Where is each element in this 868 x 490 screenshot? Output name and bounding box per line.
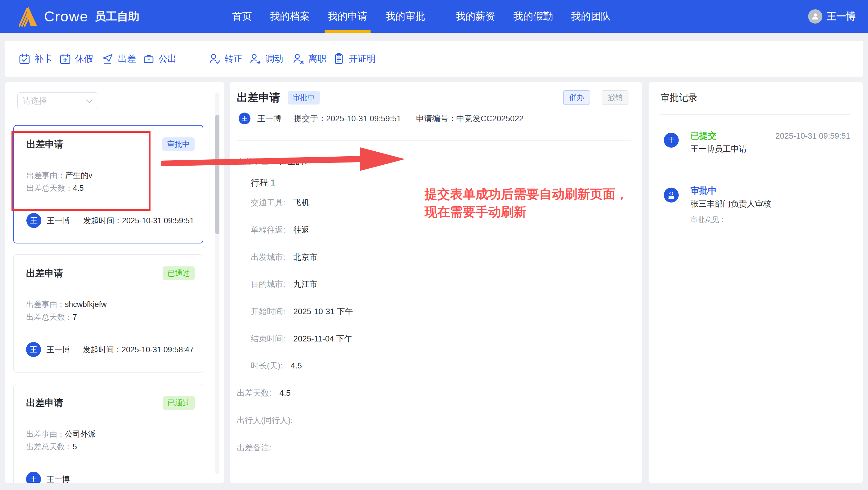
nav-item-archives[interactable]: 我的档案 xyxy=(269,0,310,33)
submitter-name: 王一博 xyxy=(257,113,281,124)
avatar: 王 xyxy=(26,342,41,357)
action-leave[interactable]: 休 休假 xyxy=(59,41,93,76)
status-badge: 已通过 xyxy=(163,396,195,410)
field-destination-city: 目的城市:九江市 xyxy=(251,279,317,290)
paper-plane-icon xyxy=(102,53,114,65)
top-nav: 首页 我的档案 我的申请 我的审批 我的薪资 我的假勤 我的团队 xyxy=(231,0,628,33)
detail-status-badge: 审批中 xyxy=(288,91,320,104)
stamp-icon xyxy=(664,188,679,202)
person-x-icon xyxy=(292,53,305,65)
sidebar-scrollbar-thumb[interactable] xyxy=(215,115,219,234)
application-detail-panel: 出差申请 审批中 催办 撤销 王 王一博 提交于：2025-10-31 09:5… xyxy=(230,82,642,483)
action-label: 离职 xyxy=(308,53,327,65)
action-resign[interactable]: 离职 xyxy=(292,41,327,76)
svg-text:休: 休 xyxy=(63,58,67,63)
card-title-row: 出差申请 已通过 xyxy=(26,396,195,410)
nav-item-my-approvals[interactable]: 我的审批 xyxy=(385,0,426,33)
nav-item-my-applications[interactable]: 我的申请 xyxy=(327,0,368,33)
person-check-icon xyxy=(209,53,221,65)
status-badge: 已通过 xyxy=(163,266,195,280)
action-transfer[interactable]: 调动 xyxy=(249,41,283,76)
user-menu[interactable]: 王一博 xyxy=(808,0,856,33)
days-label: 出差总天数： xyxy=(26,313,73,321)
action-punch-correction[interactable]: 补卡 xyxy=(18,41,53,76)
application-card-3[interactable]: 出差申请 已通过 出差事由：公司外派 出差总天数：5 王 王一博 xyxy=(13,384,203,483)
field-end-time: 结束时间:2025-11-04 下午 xyxy=(251,333,352,344)
days-label: 出差总天数： xyxy=(26,184,73,192)
card-title-row: 出差申请 审批中 xyxy=(26,137,194,151)
reason-value: 产生的v xyxy=(65,171,92,179)
card-title-row: 出差申请 已通过 xyxy=(26,266,195,280)
field-trip-remark: 出差备注: xyxy=(237,442,279,453)
reason-value: shcwbfkjefw xyxy=(65,300,107,308)
start-time: 发起时间：2025-10-31 09:59:51 xyxy=(83,216,194,226)
field-duration-days: 时长(天):4.5 xyxy=(251,360,302,371)
application-number: 申请编号：中竞发CC2025022 xyxy=(416,113,524,124)
card-fields: 出差事由：产生的v 出差总天数：4.5 xyxy=(26,169,92,194)
revoke-button[interactable]: 撤销 xyxy=(602,90,628,105)
action-label: 调动 xyxy=(265,53,283,65)
action-business-trip[interactable]: 出差 xyxy=(102,41,136,76)
card-footer: 王 王一博 发起时间：2025-10-31 09:59:51 xyxy=(26,213,194,228)
days-value: 7 xyxy=(73,313,77,321)
application-card-2[interactable]: 出差申请 已通过 出差事由：shcwbfkjefw 出差总天数：7 王 王一博 … xyxy=(13,254,203,373)
filter-select[interactable]: 请选择 xyxy=(18,92,98,109)
applications-sidebar: 请选择 出差申请 审批中 出差事由：产生的v 出差总天数：4.5 王 王一博 发… xyxy=(5,82,224,483)
step-submitter-avatar: 王 xyxy=(664,133,679,148)
submitter-row: 王 王一博 提交于：2025-10-31 09:59:51 申请编号：中竞发CC… xyxy=(239,112,524,124)
field-oneway-roundtrip: 单程往返:往返 xyxy=(251,224,309,235)
quick-actions-toolbar: 补卡 休 休假 出差 公出 转正 xyxy=(5,41,863,76)
certificate-icon xyxy=(333,53,345,65)
step-approving-status: 审批中 xyxy=(690,185,717,197)
nav-item-my-attendance[interactable]: 我的假勤 xyxy=(513,0,554,33)
submit-time: 提交于：2025-10-31 09:59:51 xyxy=(294,113,401,124)
action-label: 开证明 xyxy=(349,53,376,65)
action-label: 公出 xyxy=(159,53,177,65)
applicant-name: 王一博 xyxy=(46,345,70,355)
nav-item-my-team[interactable]: 我的团队 xyxy=(570,0,611,33)
applicant-name: 王一博 xyxy=(46,474,70,483)
avatar: 王 xyxy=(26,472,41,483)
trip-1-heading: 行程 1 xyxy=(251,177,275,188)
action-label: 补卡 xyxy=(34,53,53,65)
field-trip-reason: 出差事由:产生的v xyxy=(237,156,308,167)
days-value: 5 xyxy=(73,442,77,451)
step-submitted-status: 已提交 xyxy=(690,130,717,142)
days-label: 出差总天数： xyxy=(26,442,73,451)
applicant-name: 王一博 xyxy=(47,216,70,226)
field-departure-city: 出发城市:北京市 xyxy=(251,252,317,263)
card-title: 出差申请 xyxy=(26,138,64,151)
approval-record-panel: 审批记录 王 已提交 2025-10-31 09:59:51 王一博员工申请 审… xyxy=(649,82,863,483)
urge-button[interactable]: 催办 xyxy=(563,90,590,105)
crowe-logo-icon xyxy=(18,4,38,29)
approval-opinion-label: 审批意见： xyxy=(690,215,726,225)
divider xyxy=(660,115,850,115)
days-value: 4.5 xyxy=(73,184,84,192)
action-label: 出差 xyxy=(118,53,136,65)
approval-title: 审批记录 xyxy=(660,92,698,104)
detail-title: 出差申请 xyxy=(237,90,280,105)
action-regularization[interactable]: 转正 xyxy=(209,41,243,76)
card-title: 出差申请 xyxy=(26,267,63,280)
person-transfer-icon xyxy=(249,53,261,65)
user-avatar-icon xyxy=(808,9,823,24)
detail-header: 出差申请 审批中 催办 撤销 xyxy=(237,90,628,105)
user-name: 王一博 xyxy=(827,10,856,23)
nav-item-my-salary[interactable]: 我的薪资 xyxy=(455,0,496,33)
divider xyxy=(237,140,631,141)
nav-item-home[interactable]: 首页 xyxy=(231,0,253,33)
step-submitted-time: 2025-10-31 09:59:51 xyxy=(776,131,850,141)
card-footer: 王 王一博 发起时间：2025-10-31 09:58:47 xyxy=(26,342,195,357)
action-label: 转正 xyxy=(225,53,243,65)
card-fields: 出差事由：shcwbfkjefw 出差总天数：7 xyxy=(26,298,107,323)
filter-placeholder: 请选择 xyxy=(23,96,47,106)
chevron-down-icon xyxy=(86,96,93,106)
card-fields: 出差事由：公司外派 出差总天数：5 xyxy=(26,428,96,453)
card-footer: 王 王一博 xyxy=(26,472,195,483)
reason-label: 出差事由： xyxy=(26,171,65,179)
briefcase-icon xyxy=(143,53,155,65)
action-certificate[interactable]: 开证明 xyxy=(333,41,376,76)
calendar-rest-icon: 休 xyxy=(59,53,71,65)
application-card-1[interactable]: 出差申请 审批中 出差事由：产生的v 出差总天数：4.5 王 王一博 发起时间：… xyxy=(13,125,203,243)
action-official-out[interactable]: 公出 xyxy=(143,41,177,76)
